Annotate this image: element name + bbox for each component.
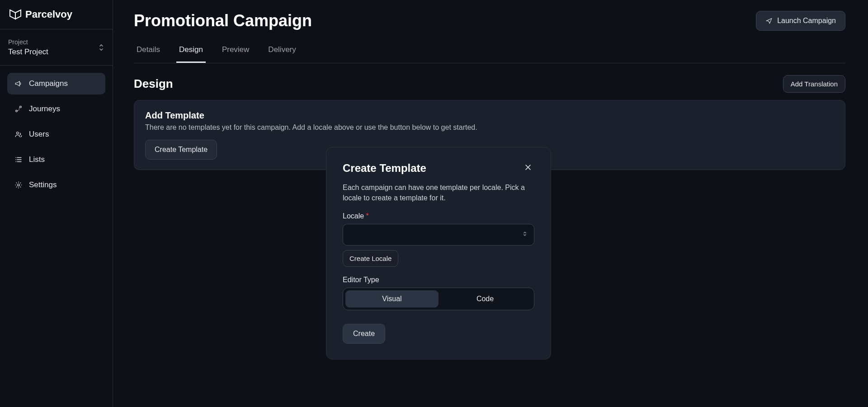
tab-delivery[interactable]: Delivery (265, 40, 298, 63)
locale-label: Locale * (343, 212, 534, 220)
tab-design[interactable]: Design (176, 40, 206, 63)
page-title: Promotional Campaign (134, 11, 312, 30)
project-selector[interactable]: Project Test Project (0, 29, 113, 66)
modal-header: Create Template (343, 161, 534, 175)
route-icon (14, 105, 23, 113)
modal-create-button[interactable]: Create (343, 324, 385, 344)
add-translation-button[interactable]: Add Translation (783, 75, 845, 93)
create-template-modal: Create Template Each campaign can have o… (326, 147, 551, 360)
sidebar-item-lists[interactable]: Lists (7, 149, 105, 170)
tab-preview[interactable]: Preview (219, 40, 252, 63)
section-header: Design Add Translation (134, 75, 845, 93)
svg-point-3 (17, 132, 19, 134)
nav-list: Campaigns Journeys Users Lists Settings (0, 66, 113, 203)
nav-label: Lists (29, 155, 45, 164)
modal-title: Create Template (343, 162, 426, 175)
create-template-button[interactable]: Create Template (145, 140, 217, 160)
editor-option-visual[interactable]: Visual (345, 290, 439, 308)
launch-label: Launch Campaign (777, 17, 836, 25)
logo[interactable]: Parcelvoy (0, 0, 113, 29)
svg-point-2 (20, 106, 22, 108)
close-icon (524, 163, 533, 172)
panel-heading: Add Template (145, 110, 834, 121)
page-header: Promotional Campaign Launch Campaign (134, 0, 845, 34)
project-label: Project (8, 38, 48, 46)
tab-row: Details Design Preview Delivery (134, 40, 845, 63)
locale-select[interactable] (343, 224, 534, 246)
editor-type-segmented: Visual Code (343, 288, 534, 310)
create-locale-button[interactable]: Create Locale (343, 250, 398, 267)
svg-text:Parcelvoy: Parcelvoy (25, 9, 73, 20)
sidebar-item-settings[interactable]: Settings (7, 174, 105, 196)
parcelvoy-logo-icon: Parcelvoy (8, 8, 85, 21)
megaphone-icon (14, 80, 23, 88)
nav-label: Journeys (29, 104, 60, 114)
sidebar-item-campaigns[interactable]: Campaigns (7, 73, 105, 95)
svg-point-1 (16, 110, 18, 112)
users-icon (14, 130, 23, 138)
panel-body: There are no templates yet for this camp… (145, 123, 834, 132)
required-marker: * (366, 212, 369, 220)
editor-type-label: Editor Type (343, 276, 534, 284)
locale-select-wrap (343, 224, 534, 246)
launch-campaign-button[interactable]: Launch Campaign (756, 11, 845, 31)
nav-label: Campaigns (29, 79, 68, 88)
nav-label: Settings (29, 180, 57, 189)
tab-details[interactable]: Details (134, 40, 163, 63)
nav-label: Users (29, 130, 49, 139)
chevron-up-down-icon (98, 43, 104, 52)
svg-point-4 (18, 184, 20, 186)
editor-option-code[interactable]: Code (439, 290, 532, 308)
send-icon (765, 17, 773, 24)
sidebar-item-journeys[interactable]: Journeys (7, 98, 105, 120)
gear-icon (14, 181, 23, 189)
list-icon (14, 156, 23, 164)
project-name: Test Project (8, 47, 48, 57)
section-title: Design (134, 77, 173, 91)
sidebar: Parcelvoy Project Test Project Campaigns… (0, 0, 113, 407)
sidebar-item-users[interactable]: Users (7, 123, 105, 145)
modal-description: Each campaign can have one template per … (343, 182, 534, 203)
modal-close-button[interactable] (522, 161, 534, 175)
